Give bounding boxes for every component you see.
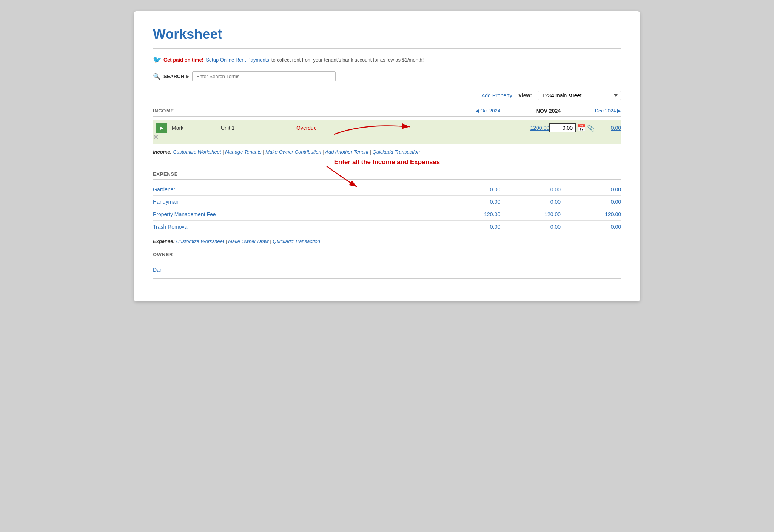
income-actions-label: Income: — [153, 149, 172, 155]
income-make-owner-contribution-link[interactable]: Make Owner Contribution — [265, 149, 321, 155]
trash-next-amount[interactable]: 0.00 — [561, 224, 621, 230]
expense-name-gardener: Gardener — [153, 186, 304, 192]
handyman-curr-amount[interactable]: 0.00 — [500, 199, 561, 205]
curr-month-label: NOV 2024 — [500, 108, 561, 114]
add-property-row: Add Property View: 1234 main street. — [153, 91, 621, 100]
expand-row-button[interactable]: ▶ — [156, 123, 167, 133]
expense-name-property-mgmt: Property Management Fee — [153, 211, 304, 217]
title-divider — [153, 48, 621, 49]
prev-month-nav[interactable]: ◀ Oct 2024 — [440, 108, 500, 114]
expense-header: EXPENSE — [153, 171, 621, 177]
income-section: INCOME ◀ Oct 2024 NOV 2024 Dec 2024 ▶ ▶ … — [153, 108, 621, 144]
income-section-title: INCOME — [153, 108, 304, 114]
expense-name-trash: Trash Removal — [153, 224, 304, 230]
next-arrow-icon[interactable]: ▶ — [617, 108, 621, 114]
expense-row-trash: Trash Removal 0.00 0.00 0.00 — [153, 221, 621, 233]
owner-section-title: OWNER — [153, 252, 304, 257]
gardener-curr-amount[interactable]: 0.00 — [500, 186, 561, 192]
promo-icon: 🐦 — [153, 55, 161, 64]
expense-quickadd-link[interactable]: Quickadd Transaction — [273, 238, 320, 244]
owner-section: OWNER Dan — [153, 252, 621, 279]
view-select[interactable]: 1234 main street. — [538, 91, 621, 100]
promo-bar: 🐦 Get paid on time! Setup Online Rent Pa… — [153, 55, 621, 64]
gardener-next-amount[interactable]: 0.00 — [561, 186, 621, 192]
search-arrow-icon: ▶ — [186, 74, 189, 79]
calendar-icon[interactable]: 📅 — [577, 124, 586, 132]
promo-link[interactable]: Setup Online Rent Payments — [206, 57, 269, 63]
income-header: INCOME ◀ Oct 2024 NOV 2024 Dec 2024 ▶ — [153, 108, 621, 114]
promo-bold: Get paid on time! — [163, 57, 204, 63]
view-label: View: — [518, 92, 532, 98]
promo-rest: to collect rent from your tenant's bank … — [271, 57, 424, 63]
annotation-container: Enter all the Income and Expenses — [153, 158, 621, 166]
close-row-button[interactable]: ✕ — [153, 133, 172, 141]
income-divider — [153, 116, 621, 117]
expense-divider — [153, 179, 621, 180]
income-add-tenant-link[interactable]: Add Another Tenant — [325, 149, 368, 155]
propmgmt-next-amount[interactable]: 120.00 — [561, 211, 621, 217]
propmgmt-prev-amount[interactable]: 120.00 — [440, 211, 500, 217]
expense-actions-label: Expense: — [153, 238, 175, 244]
income-quickadd-link[interactable]: Quickadd Transaction — [373, 149, 420, 155]
expense-section-title: EXPENSE — [153, 171, 304, 177]
annotation-text: Enter all the Income and Expenses — [334, 158, 440, 166]
expense-row-handyman: Handyman 0.00 0.00 0.00 — [153, 196, 621, 208]
income-actions: Income: Customize Worksheet | Manage Ten… — [153, 149, 621, 155]
add-property-link[interactable]: Add Property — [481, 92, 512, 98]
annotation-box: Enter all the Income and Expenses — [153, 158, 621, 166]
handyman-next-amount[interactable]: 0.00 — [561, 199, 621, 205]
next-amount-link[interactable]: 0.00 — [610, 125, 621, 131]
expense-section: EXPENSE Gardener 0.00 0.00 0.00 Handyman… — [153, 171, 621, 233]
attachment-icon[interactable]: 📎 — [587, 125, 595, 132]
expense-customize-link[interactable]: Customize Worksheet — [176, 238, 224, 244]
income-table-row: ▶ Mark Unit 1 Overdue 1200.00 📅 📎 0.00 ✕ — [153, 120, 621, 144]
payment-status: Overdue — [296, 125, 357, 131]
next-month-nav[interactable]: Dec 2024 ▶ — [561, 108, 621, 114]
expense-row-gardener: Gardener 0.00 0.00 0.00 — [153, 183, 621, 196]
expense-name-handyman: Handyman — [153, 199, 304, 205]
owner-divider — [153, 260, 621, 260]
gardener-prev-amount[interactable]: 0.00 — [440, 186, 500, 192]
handyman-prev-amount[interactable]: 0.00 — [440, 199, 500, 205]
search-input[interactable] — [192, 71, 336, 81]
search-icon: 🔍 — [153, 73, 160, 80]
expense-actions: Expense: Customize Worksheet | Make Owne… — [153, 238, 621, 244]
owner-header: OWNER — [153, 252, 621, 257]
prev-amount-link[interactable]: 1200.00 — [489, 125, 549, 131]
income-manage-tenants-link[interactable]: Manage Tenants — [225, 149, 261, 155]
expense-row-property-mgmt: Property Management Fee 120.00 120.00 12… — [153, 208, 621, 221]
owner-row: Dan — [153, 264, 621, 276]
curr-amount-cell: 📅 📎 — [549, 123, 610, 132]
page-title: Worksheet — [153, 26, 621, 42]
curr-amount-input[interactable] — [549, 123, 576, 132]
income-customize-link[interactable]: Customize Worksheet — [173, 149, 221, 155]
expense-make-owner-draw-link[interactable]: Make Owner Draw — [228, 238, 269, 244]
owner-bottom-divider — [153, 278, 621, 279]
unit-name: Unit 1 — [221, 125, 296, 131]
owner-name: Dan — [153, 267, 304, 273]
trash-curr-amount[interactable]: 0.00 — [500, 224, 561, 230]
trash-prev-amount[interactable]: 0.00 — [440, 224, 500, 230]
search-row: 🔍 SEARCH ▶ — [153, 71, 621, 81]
prev-arrow-icon[interactable]: ◀ — [475, 108, 479, 114]
propmgmt-curr-amount[interactable]: 120.00 — [500, 211, 561, 217]
tenant-name: Mark — [172, 125, 221, 131]
search-label: SEARCH ▶ — [163, 74, 189, 79]
